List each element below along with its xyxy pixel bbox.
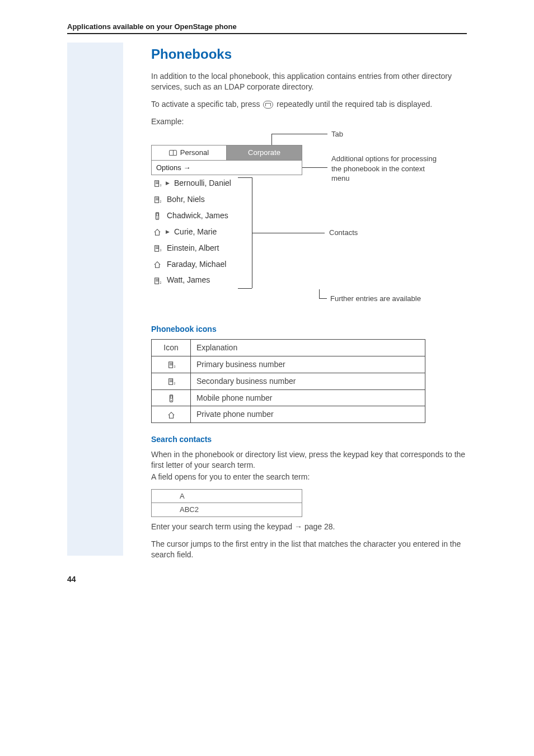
annotation-more-entries: Further entries are available	[330, 294, 421, 304]
svg-text:1: 1	[160, 183, 161, 187]
svg-rect-31	[171, 364, 172, 365]
mobile-icon	[152, 389, 191, 406]
page-title: Phonebooks	[151, 45, 467, 63]
svg-rect-17	[157, 246, 158, 247]
list-item[interactable]: 2 Watt, James	[151, 272, 302, 288]
table-row: Mobile phone number	[152, 389, 425, 406]
home-icon	[152, 406, 191, 423]
svg-rect-36	[170, 381, 171, 382]
table-row: 2 Secondary business number	[152, 373, 425, 389]
svg-rect-2	[157, 182, 158, 183]
callout-line	[271, 134, 272, 145]
search-paragraph-4: The cursor jumps to the first entry in t…	[151, 539, 467, 560]
svg-rect-16	[156, 246, 157, 247]
svg-rect-9	[156, 199, 157, 200]
list-item[interactable]: Faraday, Michael	[151, 256, 302, 273]
table-header-row: Icon Explanation	[152, 339, 425, 356]
business1-icon: 1	[152, 356, 191, 373]
svg-rect-37	[171, 381, 172, 382]
intro-2a: To activate a specific tab, press	[151, 100, 262, 109]
sidebar-decoration	[67, 43, 123, 556]
svg-rect-23	[157, 279, 158, 280]
business2-icon: 2	[152, 195, 162, 204]
search-p3a: Enter your search term using the keypad	[151, 522, 294, 531]
svg-rect-24	[156, 280, 157, 281]
search-paragraph-2: A field opens for you to enter the searc…	[151, 472, 467, 482]
th-explanation: Explanation	[191, 339, 425, 356]
contact-name: Curie, Marie	[174, 227, 217, 237]
svg-text:2: 2	[174, 381, 175, 385]
business1-icon: 1	[152, 179, 162, 187]
search-entry-box: A ABC2	[151, 489, 302, 517]
svg-rect-7	[156, 198, 157, 199]
svg-rect-28	[170, 363, 171, 364]
intro-paragraph-1: In addition to the local phonebook, this…	[151, 71, 467, 92]
options-label: Options →	[156, 163, 190, 172]
tab-corporate-label: Corporate	[248, 148, 280, 158]
svg-rect-1	[156, 182, 157, 183]
search-paragraph-3: Enter your search term using the keypad …	[151, 522, 467, 532]
phonebook-key-icon	[263, 101, 273, 109]
svg-text:1: 1	[174, 364, 175, 368]
svg-rect-25	[157, 280, 158, 281]
example-label: Example:	[151, 116, 467, 127]
callout-line	[319, 298, 327, 299]
annotation-contacts: Contacts	[329, 228, 358, 238]
home-icon	[152, 227, 162, 236]
home-icon	[152, 260, 162, 269]
svg-text:2: 2	[160, 199, 161, 203]
intro-paragraph-2: To activate a specific tab, press repeat…	[151, 99, 467, 110]
list-item[interactable]: 2 Bohr, Niels	[151, 191, 302, 208]
callout-line	[271, 134, 327, 134]
contact-name: Einstein, Albert	[167, 243, 219, 253]
intro-2b: repeatedly until the required tab is dis…	[277, 100, 432, 109]
svg-text:1: 1	[160, 248, 161, 252]
table-row: Private phone number	[152, 406, 425, 423]
svg-text:2: 2	[160, 280, 161, 284]
icon-explanation: Primary business number	[191, 356, 425, 373]
icon-explanation: Private phone number	[191, 406, 425, 423]
svg-rect-3	[156, 183, 157, 184]
svg-point-14	[157, 218, 158, 219]
phonebook-screen-example: Tab Additional options for processing th…	[151, 134, 467, 307]
svg-rect-29	[171, 363, 172, 364]
search-line-1: A	[151, 489, 302, 504]
options-row[interactable]: Options →	[151, 161, 302, 176]
svg-rect-35	[171, 379, 172, 381]
svg-rect-19	[157, 248, 158, 249]
contact-list: 1 ▶ Bernoulli, Daniel 2 Bohr, Niels	[151, 175, 302, 288]
list-item[interactable]: Chadwick, James	[151, 208, 302, 224]
table-row: 1 Primary business number	[152, 356, 425, 373]
list-item[interactable]: ▶ Curie, Marie	[151, 224, 302, 240]
tab-personal[interactable]: Personal	[151, 145, 227, 161]
svg-rect-22	[156, 279, 157, 280]
arrow-right-icon: →	[294, 522, 302, 531]
contact-name: Chadwick, James	[167, 210, 228, 221]
icons-table: Icon Explanation 1 Primary business numb…	[151, 339, 425, 423]
tab-personal-label: Personal	[180, 148, 209, 158]
list-item[interactable]: 1 Einstein, Albert	[151, 240, 302, 256]
contact-name: Faraday, Michael	[167, 259, 226, 270]
search-line-2: ABC2	[151, 503, 302, 517]
callout-line	[319, 289, 320, 298]
svg-rect-40	[170, 396, 172, 398]
svg-rect-8	[157, 198, 158, 199]
search-contacts-heading: Search contacts	[151, 434, 467, 445]
page-number: 44	[67, 575, 76, 584]
svg-rect-18	[156, 248, 157, 249]
tab-corporate[interactable]: Corporate	[227, 145, 302, 161]
svg-rect-4	[157, 183, 158, 184]
svg-point-41	[171, 400, 172, 401]
list-item[interactable]: 1 ▶ Bernoulli, Daniel	[151, 175, 302, 191]
mobile-icon	[152, 211, 162, 220]
tab-bar: Personal Corporate	[151, 145, 302, 161]
book-icon	[169, 150, 177, 156]
business2-icon: 2	[152, 276, 162, 285]
svg-rect-10	[157, 199, 158, 200]
contact-name: Watt, James	[167, 275, 210, 285]
business2-icon: 2	[152, 373, 191, 389]
icon-explanation: Secondary business number	[191, 373, 425, 389]
contact-name: Bernoulli, Daniel	[174, 178, 231, 189]
contact-name: Bohr, Niels	[167, 194, 205, 205]
annotation-options: Additional options for processing the ph…	[331, 154, 438, 184]
